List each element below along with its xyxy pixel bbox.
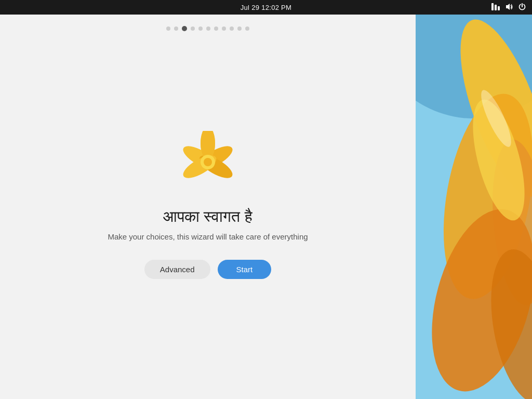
advanced-button[interactable]: Advanced	[144, 260, 210, 279]
buttons-row: Advanced Start	[144, 260, 271, 279]
svg-marker-3	[506, 4, 510, 10]
topbar-icons	[491, 3, 526, 12]
start-button[interactable]: Start	[218, 260, 272, 279]
wizard-panel: आपका स्वागत है Make your choices, this w…	[0, 15, 416, 399]
volume-icon[interactable]	[505, 3, 513, 12]
power-icon[interactable]	[518, 3, 526, 12]
welcome-subtitle: Make your choices, this wizard will take…	[108, 232, 308, 241]
welcome-title: आपका स्वागत है	[163, 208, 252, 226]
topbar-datetime: Jul 29 12:02 PM	[241, 4, 291, 11]
svg-rect-1	[495, 5, 497, 10]
svg-point-20	[204, 158, 212, 166]
main-content: आपका स्वागत है Make your choices, this w…	[108, 10, 308, 399]
network-icon[interactable]	[491, 3, 500, 12]
topbar: Jul 29 12:02 PM	[0, 0, 532, 15]
svg-rect-2	[498, 6, 500, 10]
flower-icon	[177, 131, 239, 193]
svg-rect-0	[491, 3, 494, 10]
